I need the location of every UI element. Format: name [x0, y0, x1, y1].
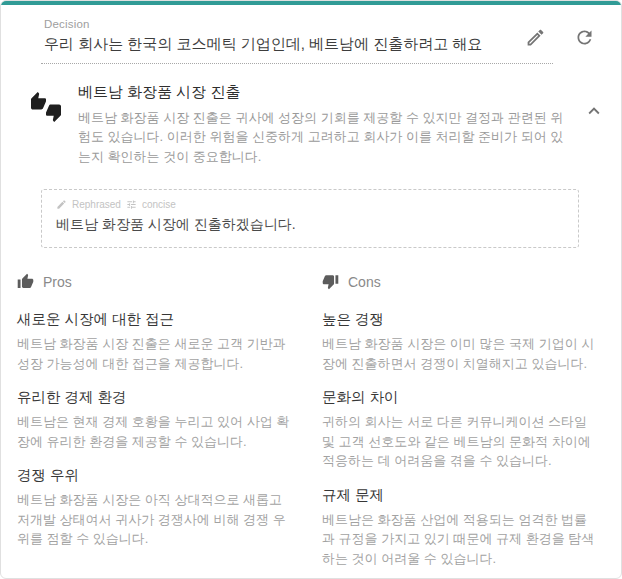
edit-button[interactable]	[525, 27, 546, 48]
thumb-up-icon	[17, 273, 34, 290]
decision-input[interactable]: 우리 회사는 한국의 코스메틱 기업인데, 베트남에 진출하려고 해요	[44, 34, 525, 54]
pros-header: Pros	[17, 273, 292, 290]
cons-column: Cons 높은 경쟁 베트남 화장품 시장은 이미 많은 국제 기업이 시장에 …	[322, 273, 597, 579]
pencil-icon	[525, 27, 546, 48]
pro-item-description: 베트남 화장품 시장은 아직 상대적으로 새롭고 저개발 상태여서 귀사가 경쟁…	[17, 490, 292, 549]
concise-label: concise	[142, 200, 176, 210]
refresh-icon	[574, 27, 595, 48]
rephrased-text: 베트남 화장품 시장에 진출하겠습니다.	[56, 216, 564, 234]
chevron-up-icon	[583, 100, 605, 122]
decision-header: Decision 우리 회사는 한국의 코스메틱 기업인데, 베트남에 진출하려…	[1, 5, 621, 54]
thumbs-up-down-icon	[31, 92, 61, 122]
pro-item: 새로운 시장에 대한 접근 베트남 화장품 시장 진출은 새로운 고객 기반과 …	[17, 310, 292, 373]
con-item-title: 문화의 차이	[322, 388, 597, 407]
pro-item-description: 베트남은 현재 경제 호황을 누리고 있어 사업 확장에 유리한 환경을 제공할…	[17, 412, 292, 451]
con-item-description: 베트남은 화장품 산업에 적용되는 엄격한 법률과 규정을 가지고 있기 때문에…	[322, 510, 597, 569]
pro-item-title: 새로운 시장에 대한 접근	[17, 310, 292, 329]
summary-description: 베트남 화장품 시장 진출은 귀사에 성장의 기회를 제공할 수 있지만 결정과…	[78, 108, 570, 167]
con-item: 문화의 차이 귀하의 회사는 서로 다른 커뮤니케이션 스타일 및 고객 선호도…	[322, 388, 597, 471]
pro-item: 경쟁 우위 베트남 화장품 시장은 아직 상대적으로 새롭고 저개발 상태여서 …	[17, 466, 292, 549]
pro-item-description: 베트남 화장품 시장 진출은 새로운 고객 기반과 성장 가능성에 대한 접근을…	[17, 334, 292, 373]
thumb-down-icon	[322, 273, 339, 290]
pros-cons-section: Pros 새로운 시장에 대한 접근 베트남 화장품 시장 진출은 새로운 고객…	[1, 248, 621, 579]
con-item: 높은 경쟁 베트남 화장품 시장은 이미 많은 국제 기업이 시장에 진출하면서…	[322, 310, 597, 373]
decision-card: Decision 우리 회사는 한국의 코스메틱 기업인데, 베트남에 진출하려…	[0, 0, 622, 579]
pro-item: 유리한 경제 환경 베트남은 현재 경제 호황을 누리고 있어 사업 확장에 유…	[17, 388, 292, 451]
edit-small-icon	[56, 199, 67, 210]
pro-item-title: 유리한 경제 환경	[17, 388, 292, 407]
rephrased-box: Rephrased concise 베트남 화장품 시장에 진출하겠습니다.	[41, 189, 579, 248]
con-item-description: 귀하의 회사는 서로 다른 커뮤니케이션 스타일 및 고객 선호도와 같은 베트…	[322, 412, 597, 471]
summary-section: 베트남 화장품 시장 진출 베트남 화장품 시장 진출은 귀사에 성장의 기회를…	[1, 64, 621, 167]
decision-label: Decision	[44, 18, 525, 30]
collapse-button[interactable]	[583, 100, 605, 122]
regenerate-button[interactable]	[574, 27, 595, 48]
cons-header: Cons	[322, 273, 597, 290]
con-item-description: 베트남 화장품 시장은 이미 많은 국제 기업이 시장에 진출하면서 경쟁이 치…	[322, 334, 597, 373]
cons-header-label: Cons	[348, 274, 381, 290]
con-item: 규제 문제 베트남은 화장품 산업에 적용되는 엄격한 법률과 규정을 가지고 …	[322, 486, 597, 569]
pro-item-title: 경쟁 우위	[17, 466, 292, 485]
con-item-title: 규제 문제	[322, 486, 597, 505]
summary-title: 베트남 화장품 시장 진출	[78, 83, 573, 102]
rephrased-label: Rephrased	[72, 200, 121, 210]
pros-column: Pros 새로운 시장에 대한 접근 베트남 화장품 시장 진출은 새로운 고객…	[17, 273, 292, 579]
rephrased-label-row: Rephrased concise	[56, 199, 564, 210]
style-icon	[126, 199, 137, 210]
pros-header-label: Pros	[43, 274, 72, 290]
con-item-title: 높은 경쟁	[322, 310, 597, 329]
